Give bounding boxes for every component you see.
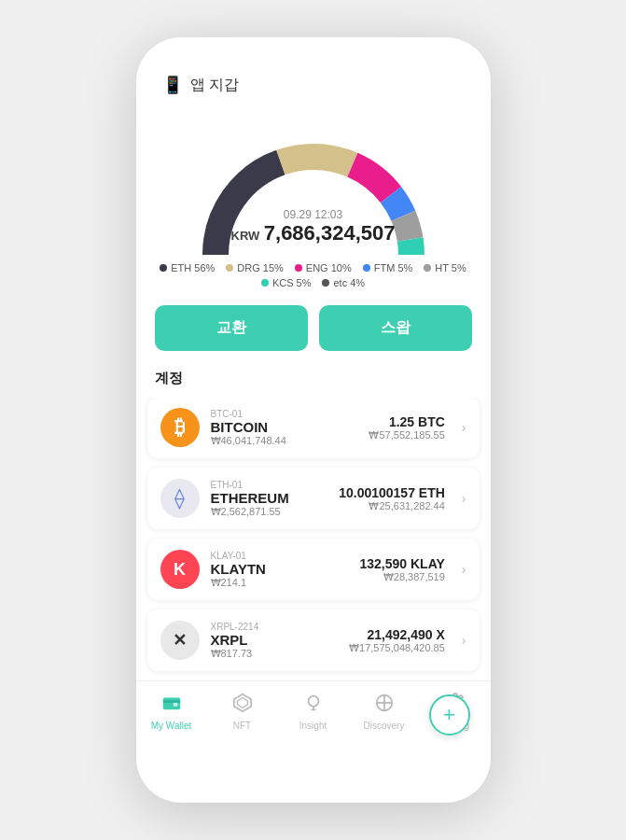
btc-info: BTC-01 BITCOIN ₩46,041,748.44 (211, 409, 358, 447)
btc-id: BTC-01 (211, 409, 358, 419)
chart-section: 09.29 12:03 KRW 7,686,324,507 ETH 56% DR… (136, 101, 491, 292)
nav-item-insight[interactable]: Insight (278, 689, 349, 735)
btc-logo: ₿ (160, 408, 200, 447)
phone-frame: 📱 앱 지갑 (136, 37, 491, 803)
klay-id: KLAY-01 (211, 551, 349, 561)
legend-ht: HT 5% (424, 262, 466, 273)
drg-label: DRG 15% (237, 262, 284, 273)
svg-marker-4 (237, 698, 247, 708)
btc-krw: ₩46,041,748.44 (211, 435, 358, 447)
discovery-nav-label: Discovery (364, 721, 405, 731)
btc-balance: 1.25 BTC ₩57,552,185.55 (369, 414, 444, 441)
eth-chevron-icon: › (462, 491, 466, 506)
account-card-xrpl[interactable]: ✕ XRPL-2214 XRPL ₩817.73 21,492,490 X ₩1… (147, 609, 480, 671)
donut-chart: 09.29 12:03 KRW 7,686,324,507 (188, 110, 439, 255)
eth-id: ETH-01 (211, 480, 328, 490)
svg-rect-7 (311, 708, 316, 710)
ftm-dot (363, 264, 370, 272)
exchange-button[interactable]: 교환 (155, 305, 308, 351)
etc-label: etc 4% (333, 277, 365, 288)
xrpl-amount: 21,492,490 X (349, 627, 445, 642)
eth-balance: 10.00100157 ETH ₩25,631,282.44 (339, 485, 445, 512)
app-title: 앱 지갑 (190, 76, 239, 95)
accounts-section-title: 계정 (136, 366, 491, 397)
xrpl-name: XRPL (211, 632, 339, 648)
kcs-dot (261, 279, 269, 287)
header: 📱 앱 지갑 (136, 65, 491, 101)
wallet-icon (161, 693, 182, 718)
xrpl-value: ₩17,575,048,420.85 (349, 642, 445, 654)
klay-balance: 132,590 KLAY ₩28,387,519 (360, 556, 445, 583)
discovery-icon (374, 693, 395, 718)
insight-icon (303, 693, 324, 718)
xrpl-logo: ✕ (160, 621, 200, 660)
klay-logo: K (160, 550, 200, 589)
legend-ftm: FTM 5% (363, 262, 413, 273)
drg-dot (226, 264, 233, 272)
legend-drg: DRG 15% (226, 262, 284, 273)
eth-amount: 10.00100157 ETH (339, 485, 445, 500)
chart-date: 09.29 12:03 (231, 208, 396, 221)
wallet-nav-label: My Wallet (151, 721, 192, 731)
add-account-button[interactable]: + (429, 694, 470, 735)
etc-dot (322, 279, 329, 287)
chart-amount: 7,686,324,507 (264, 221, 396, 245)
btc-chevron-icon: › (462, 420, 466, 435)
nft-nav-label: NFT (233, 721, 251, 731)
insight-nav-label: Insight (299, 721, 327, 731)
klay-krw: ₩214.1 (211, 577, 349, 589)
eth-label: ETH 56% (171, 262, 215, 273)
btc-amount: 1.25 BTC (369, 414, 444, 429)
ht-label: HT 5% (435, 262, 466, 273)
chart-currency: KRW (231, 229, 260, 243)
ht-dot (424, 264, 431, 272)
kcs-label: KCS 5% (272, 277, 312, 288)
nft-icon (232, 693, 253, 718)
phone-icon: 📱 (162, 75, 183, 95)
swap-button[interactable]: 스왑 (319, 305, 472, 351)
action-buttons: 교환 스왑 (136, 292, 491, 366)
svg-rect-2 (173, 703, 177, 707)
xrpl-balance: 21,492,490 X ₩17,575,048,420.85 (349, 627, 445, 654)
xrpl-info: XRPL-2214 XRPL ₩817.73 (211, 622, 339, 660)
eng-label: ENG 10% (306, 262, 352, 273)
xrpl-id: XRPL-2214 (211, 622, 339, 632)
eth-krw: ₩2,562,871.55 (211, 506, 328, 518)
account-card-eth[interactable]: ⟠ ETH-01 ETHEREUM ₩2,562,871.55 10.00100… (147, 468, 480, 529)
svg-rect-0 (162, 698, 179, 710)
account-list: ₿ BTC-01 BITCOIN ₩46,041,748.44 1.25 BTC… (136, 397, 491, 680)
legend-eth: ETH 56% (160, 262, 215, 273)
legend-eng: ENG 10% (295, 262, 352, 273)
eth-dot (160, 264, 167, 272)
eng-dot (295, 264, 302, 272)
nav-item-nft[interactable]: NFT (207, 689, 278, 735)
chart-center: 09.29 12:03 KRW 7,686,324,507 (231, 208, 396, 245)
klay-value: ₩28,387,519 (360, 571, 445, 583)
nav-item-wallet[interactable]: My Wallet (136, 689, 207, 735)
legend-etc: etc 4% (322, 277, 365, 288)
eth-name: ETHEREUM (211, 490, 328, 506)
ftm-label: FTM 5% (374, 262, 413, 273)
klay-amount: 132,590 KLAY (360, 556, 445, 571)
eth-logo: ⟠ (160, 479, 200, 518)
eth-value: ₩25,631,282.44 (339, 500, 445, 512)
legend-kcs: KCS 5% (261, 277, 312, 288)
klay-name: KLAYTN (211, 561, 349, 577)
klay-chevron-icon: › (462, 562, 466, 577)
nav-item-discovery[interactable]: Discovery (349, 689, 420, 735)
svg-marker-3 (233, 694, 250, 711)
svg-point-5 (308, 696, 318, 707)
account-card-klay[interactable]: K KLAY-01 KLAYTN ₩214.1 132,590 KLAY ₩28… (147, 539, 480, 600)
xrpl-chevron-icon: › (462, 633, 466, 648)
btc-name: BITCOIN (211, 419, 358, 435)
eth-info: ETH-01 ETHEREUM ₩2,562,871.55 (211, 480, 328, 518)
klay-info: KLAY-01 KLAYTN ₩214.1 (211, 551, 349, 589)
chart-legend: ETH 56% DRG 15% ENG 10% FTM 5% HT 5% (136, 255, 491, 292)
xrpl-krw: ₩817.73 (211, 648, 339, 660)
svg-rect-1 (162, 700, 179, 703)
btc-value: ₩57,552,185.55 (369, 429, 444, 441)
account-card-btc[interactable]: ₿ BTC-01 BITCOIN ₩46,041,748.44 1.25 BTC… (147, 397, 480, 458)
